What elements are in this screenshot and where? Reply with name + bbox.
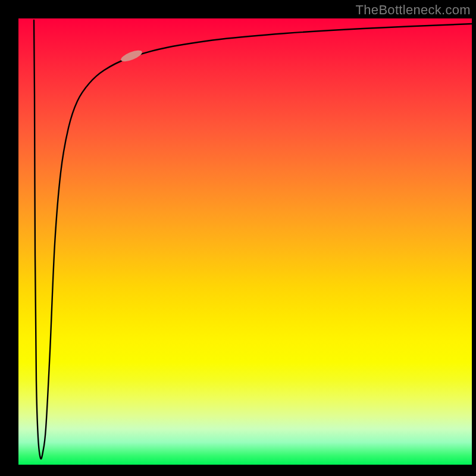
- watermark-text: TheBottleneck.com: [356, 2, 471, 18]
- plot-frame: [0, 0, 476, 476]
- chart-stage: TheBottleneck.com: [0, 0, 476, 476]
